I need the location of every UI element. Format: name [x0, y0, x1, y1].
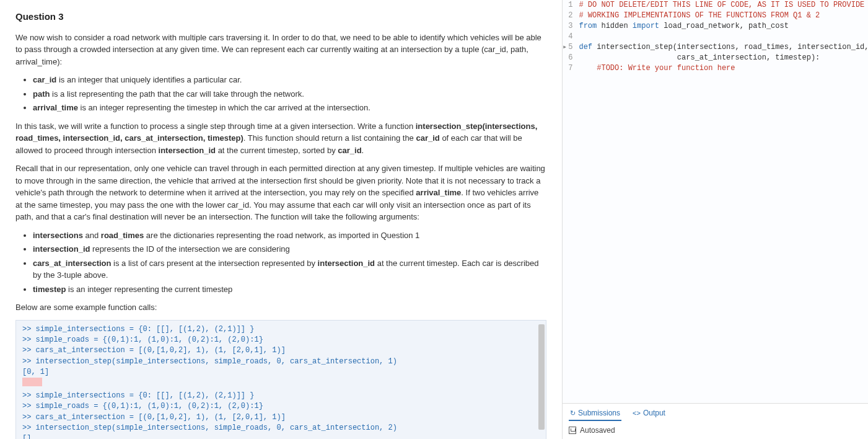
code-content[interactable]: # DO NOT DELETE/EDIT THIS LINE OF CODE, … — [576, 0, 868, 403]
tab-submissions[interactable]: ↻Submissions — [569, 406, 621, 421]
list-item: intersections and road_times are the dic… — [33, 229, 546, 242]
example-code-block[interactable]: >> simple_intersections = {0: [[], [(1,2… — [15, 320, 546, 440]
line-gutter: 1 2 3 4 ▸5 6 7 — [563, 0, 576, 403]
examples-intro: Below are some example function calls: — [15, 301, 546, 314]
save-icon — [569, 427, 576, 434]
history-icon: ↻ — [570, 409, 576, 417]
list-item: timestep is an integer representing the … — [33, 283, 546, 296]
editor-bottom-bar: ↻Submissions <>Output Autosaved — [563, 403, 868, 439]
tuple-fields-list: car_id is an integer that uniquely ident… — [15, 74, 546, 114]
highlight-marker — [22, 378, 42, 386]
question-heading: Question 3 — [15, 10, 546, 24]
list-item: intersection_id represents the ID of the… — [33, 243, 546, 255]
rules-paragraph: Recall that in our representation, only … — [15, 162, 546, 223]
scrollbar-thumb[interactable] — [538, 324, 545, 430]
intro-paragraph: We now wish to consider a road network w… — [15, 32, 546, 68]
code-editor-panel: 1 2 3 4 ▸5 6 7 # DO NOT DELETE/EDIT THIS… — [562, 0, 868, 439]
list-item: cars_at_intersection is a list of cars p… — [33, 257, 546, 282]
list-item: path is a list representing the path tha… — [33, 88, 546, 100]
question-panel: Question 3 We now wish to consider a roa… — [0, 0, 562, 439]
code-editor[interactable]: 1 2 3 4 ▸5 6 7 # DO NOT DELETE/EDIT THIS… — [563, 0, 868, 403]
autosave-status: Autosaved — [569, 426, 868, 435]
code-icon: <> — [633, 409, 641, 417]
tab-output[interactable]: <>Output — [631, 406, 667, 421]
result-tabs: ↻Submissions <>Output — [569, 406, 868, 421]
args-list: intersections and road_times are the dic… — [15, 229, 546, 296]
fold-icon[interactable]: ▸ — [563, 43, 567, 51]
list-item: car_id is an integer that uniquely ident… — [33, 74, 546, 86]
list-item: arrival_time is an integer representing … — [33, 102, 546, 114]
task-paragraph: In this task, we will write a function t… — [15, 120, 546, 157]
